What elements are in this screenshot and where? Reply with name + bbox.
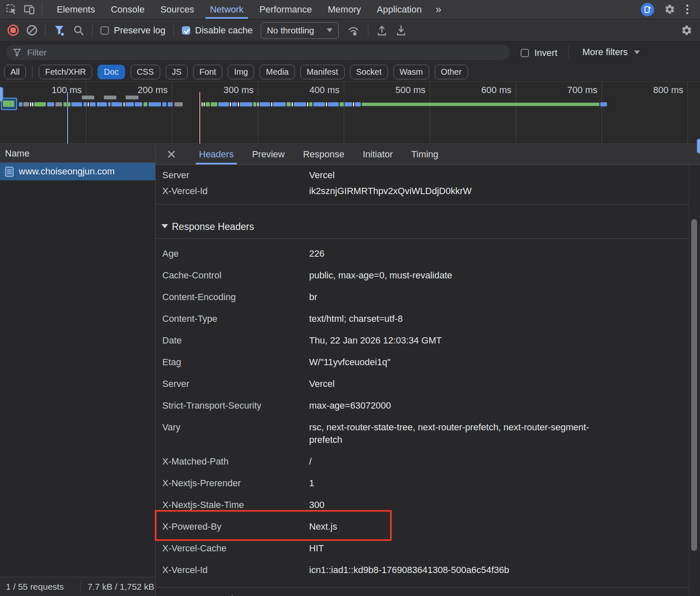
chip-all[interactable]: All (4, 65, 26, 79)
waterfall-bar (355, 102, 361, 106)
waterfall-bar (204, 102, 205, 106)
filter-row: Invert More filters (0, 42, 700, 63)
search-icon[interactable] (73, 25, 84, 36)
tab-sources[interactable]: Sources (152, 0, 202, 19)
waterfall-bar (88, 102, 89, 106)
request-headers-section-title[interactable]: Request Headers (156, 587, 689, 596)
chip-css[interactable]: CSS (131, 65, 160, 79)
header-row: X-Nextjs-Stale-Time 300 (156, 495, 689, 517)
waterfall-bar (3, 101, 14, 107)
tab-initiator[interactable]: Initiator (363, 144, 393, 164)
tab-timing[interactable]: Timing (411, 144, 438, 164)
close-icon[interactable] (166, 149, 176, 159)
header-value: ik2sznjGIRMRThpv2xQviWLDdjD0kkrW (309, 186, 472, 197)
timeline-gridline (430, 82, 430, 144)
throttling-value: No throttling (267, 25, 314, 35)
chip-doc[interactable]: Doc (98, 65, 125, 79)
header-row: Content-Encoding br (156, 287, 689, 309)
waterfall-bar (174, 102, 183, 106)
waterfall-bar (135, 102, 142, 106)
invert-toggle[interactable]: Invert (521, 48, 557, 58)
header-value: Next.js (309, 520, 337, 533)
throttling-dropdown[interactable]: No throttling (261, 22, 339, 39)
tab-network[interactable]: Network (202, 0, 252, 19)
filter-funnel-icon[interactable] (53, 24, 65, 36)
chip-manifest[interactable]: Manifest (300, 65, 345, 79)
chip-img[interactable]: Img (228, 65, 254, 79)
waterfall-bar (211, 102, 217, 106)
settings-gear-icon[interactable] (664, 4, 675, 15)
waterfall-bar (30, 102, 31, 106)
header-value: max-age=63072000 (309, 399, 391, 412)
chip-js[interactable]: JS (166, 65, 188, 79)
tab-preview[interactable]: Preview (252, 144, 285, 164)
chip-wasm[interactable]: Wasm (393, 65, 429, 79)
overview-left-handle[interactable] (0, 87, 3, 102)
record-network-log-button[interactable] (8, 25, 19, 36)
tab-headers[interactable]: Headers (199, 144, 234, 164)
tab-response-label: Response (303, 149, 344, 160)
network-overview-timeline[interactable]: 100 ms 200 ms 300 ms 400 ms (0, 81, 700, 144)
tab-application[interactable]: Application (369, 0, 430, 19)
load-event-line (199, 92, 200, 144)
response-headers-section-title[interactable]: Response Headers (156, 205, 689, 239)
header-name: Content-Type (156, 314, 309, 325)
filter-input-container[interactable] (6, 45, 510, 60)
tab-elements[interactable]: Elements (49, 0, 103, 19)
import-har-icon[interactable] (376, 24, 388, 36)
network-settings-gear-icon[interactable] (681, 25, 692, 36)
device-toolbar-icon[interactable] (24, 4, 35, 15)
waterfall-bar (63, 102, 67, 106)
disable-cache-checkbox[interactable] (182, 26, 190, 35)
more-tabs-icon[interactable]: » (430, 3, 447, 15)
chip-font[interactable]: Font (193, 65, 222, 79)
response-headers-list: Age 226 Cache-Control public, max-age=0,… (156, 239, 689, 587)
waterfall-bar (149, 102, 161, 106)
chip-media[interactable]: Media (259, 65, 295, 79)
dom-content-loaded-line (67, 92, 68, 144)
invert-label: Invert (534, 48, 557, 58)
request-row-selected[interactable]: www.choiseongjun.com (0, 163, 155, 180)
header-value: Thu, 22 Jan 2026 12:03:34 GMT (309, 334, 442, 347)
export-har-icon[interactable] (395, 24, 407, 36)
invert-checkbox[interactable] (521, 49, 529, 57)
toolbar-separator (174, 25, 174, 36)
clear-network-log-button[interactable] (27, 25, 37, 35)
preserve-log-checkbox[interactable] (101, 26, 109, 35)
inspect-element-icon[interactable] (6, 4, 17, 15)
preserve-log-toggle[interactable]: Preserve log (101, 25, 166, 36)
header-name: X-Vercel-Cache (156, 543, 309, 555)
disclosure-triangle-icon (161, 224, 168, 228)
tab-console[interactable]: Console (103, 0, 153, 19)
name-column-header[interactable]: Name (0, 144, 155, 163)
tab-memory[interactable]: Memory (320, 0, 369, 19)
tab-timing-label: Timing (411, 149, 438, 160)
more-filters-label: More filters (582, 47, 628, 58)
timeline-gridline (516, 82, 516, 144)
devtools-tabbar: Elements Console Sources Network Perform… (0, 0, 700, 19)
ai-assistant-icon[interactable] (641, 3, 654, 16)
chips-separator (32, 66, 33, 79)
scrollbar-thumb[interactable] (691, 219, 697, 551)
chip-fetch-xhr[interactable]: Fetch/XHR (39, 65, 92, 79)
header-row: Vary rsc, next-router-state-tree, next-r… (156, 417, 689, 452)
waterfall-bar (108, 102, 111, 106)
filter-input[interactable] (26, 47, 503, 58)
tab-memory-label: Memory (328, 4, 361, 15)
overview-right-handle[interactable] (697, 139, 700, 154)
tab-performance[interactable]: Performance (252, 0, 320, 19)
network-conditions-icon[interactable] (347, 24, 360, 37)
header-value: Vercel (309, 378, 335, 390)
disable-cache-toggle[interactable]: Disable cache (182, 25, 253, 36)
waterfall-bar (273, 102, 286, 106)
chip-other[interactable]: Other (435, 65, 468, 79)
header-row: X-Vercel-Cache HIT (156, 538, 689, 560)
waterfall-bar (259, 102, 270, 106)
header-name: Strict-Transport-Security (156, 401, 309, 412)
chip-socket[interactable]: Socket (350, 65, 388, 79)
tab-network-label: Network (210, 4, 244, 15)
more-filters-dropdown[interactable]: More filters (582, 47, 640, 58)
tab-response[interactable]: Response (303, 144, 344, 164)
menu-kebab-icon[interactable] (685, 4, 689, 15)
filter-funnel-small-icon (13, 48, 21, 57)
